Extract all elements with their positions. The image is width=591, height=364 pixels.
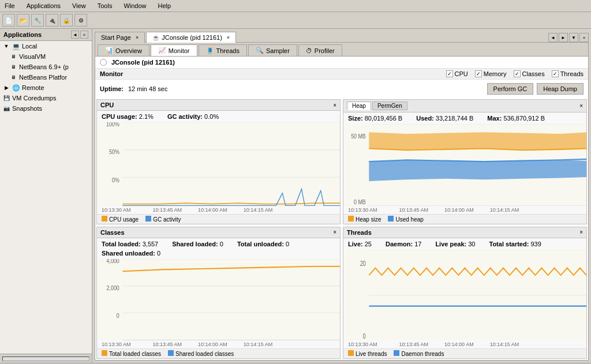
classes-chart-stats: Total loaded: 3,557 Shared loaded: 0 Tot… xyxy=(97,238,340,259)
toolbar-open-btn[interactable]: 📂 xyxy=(17,14,29,27)
inner-tab-sampler[interactable]: 🔍 Sampler xyxy=(248,44,297,56)
sidebar-header: Applications ◄ × xyxy=(0,29,92,41)
tab-nav-next[interactable]: ► xyxy=(559,33,568,42)
heap-chart-close[interactable]: × xyxy=(579,103,583,109)
threads-chart-stats: Live: 25 Daemon: 17 Live peak: 30 Total … xyxy=(343,238,586,250)
heap-tab[interactable]: Heap xyxy=(347,102,371,110)
sidebar-item-snapshots[interactable]: 📷 Snapshots xyxy=(0,103,92,114)
tab-startpage[interactable]: Start Page × xyxy=(95,32,145,43)
checkbox-cpu[interactable]: ✓ xyxy=(446,70,453,77)
menu-view[interactable]: View xyxy=(70,1,88,10)
toolbar-btn4[interactable]: 🔌 xyxy=(46,14,58,27)
heap-dump-btn[interactable]: Heap Dump xyxy=(537,83,583,95)
radio-dot[interactable] xyxy=(100,59,107,66)
threads-chart-header: Threads × xyxy=(343,227,586,238)
remote-expand-icon: ▶ xyxy=(2,84,10,92)
cpu-legend-gc: GC activity xyxy=(145,216,181,223)
uptime-value: 12 min 48 sec xyxy=(128,85,167,92)
toolbar-new-btn[interactable]: 📄 xyxy=(2,14,15,27)
inner-tab-overview[interactable]: 📊 Overview xyxy=(98,44,149,56)
tab-nav-down[interactable]: ▼ xyxy=(569,33,578,42)
cpu-usage-stat: CPU usage: 2.1% xyxy=(102,113,154,120)
tab-nav-close[interactable]: × xyxy=(579,33,589,42)
sidebar-close-btn[interactable]: × xyxy=(80,31,88,39)
cb-threads[interactable]: ✓ Threads xyxy=(552,70,583,77)
checkbox-threads[interactable]: ✓ xyxy=(552,70,559,77)
menu-file[interactable]: File xyxy=(2,1,17,10)
inner-tab-profiler[interactable]: ⏱ Profiler xyxy=(298,44,342,56)
sidebar-item-vmcoredumps[interactable]: 💾 VM Coredumps xyxy=(0,93,92,103)
main-layout: Applications ◄ × ▼ 💻 Local 🖥 VisualVM 🖥 … xyxy=(0,29,591,363)
sidebar-item-visualvm[interactable]: 🖥 VisualVM xyxy=(0,51,92,62)
threads-icon: 🧵 xyxy=(206,47,214,54)
cb-memory[interactable]: ✓ Memory xyxy=(475,70,507,77)
sidebar-item-netbeansplatf[interactable]: 🖥 NetBeans Platfor xyxy=(0,72,92,82)
cb-memory-label: Memory xyxy=(484,70,507,77)
cpu-chart-close[interactable]: × xyxy=(333,102,336,108)
tab-nav-btns: ◄ ► ▼ × xyxy=(548,33,591,42)
classes-legend-shared: Shared loaded classes xyxy=(168,350,234,357)
menu-help[interactable]: Help xyxy=(156,1,174,10)
cpu-chart-title: CPU xyxy=(100,102,114,108)
local-expand-icon: ▼ xyxy=(2,42,10,50)
classes-chart-close[interactable]: × xyxy=(333,229,336,235)
live-stat: Live: 25 xyxy=(348,241,372,247)
sidebar-collapse-btn[interactable]: ◄ xyxy=(71,31,79,39)
sidebar-item-vmcoredumps-label: VM Coredumps xyxy=(12,95,56,102)
total-loaded-stat: Total loaded: 3,557 xyxy=(102,241,158,247)
threads-chart-close[interactable]: × xyxy=(579,229,583,235)
total-unloaded-stat: Total unloaded: 0 xyxy=(237,241,289,247)
shared-unloaded-stat: Shared unloaded: 0 xyxy=(102,250,160,257)
threads-chart-legend: Live threads Daemon threads xyxy=(343,348,586,358)
inner-tab-profiler-label: Profiler xyxy=(315,47,335,54)
cb-cpu-label: CPU xyxy=(455,70,468,77)
uptime-bar: Uptime: 12 min 48 sec Perform GC Heap Du… xyxy=(95,80,588,98)
sidebar-item-remote[interactable]: ▶ 🌐 Remote xyxy=(0,82,92,93)
tab-jconsole[interactable]: ☕ JConsole (pid 12161) × xyxy=(146,32,236,43)
jconsole-title: JConsole (pid 12161) xyxy=(111,59,175,66)
heap-legend-size: Heap size xyxy=(348,216,381,223)
classes-chart-title: Classes xyxy=(100,229,125,236)
cb-threads-label: Threads xyxy=(560,70,583,77)
sidebar-item-local[interactable]: ▼ 💻 Local xyxy=(0,41,92,51)
classes-chart-header: Classes × xyxy=(97,227,340,238)
tab-nav-prev[interactable]: ◄ xyxy=(548,33,558,42)
inner-tab-monitor[interactable]: 📈 Monitor xyxy=(151,44,197,56)
svg-text:100%: 100% xyxy=(106,122,119,127)
threads-chart-body: 20 0 xyxy=(343,250,586,341)
monitor-checkboxes: ✓ CPU ✓ Memory ✓ Classes ✓ Threads xyxy=(446,70,583,77)
jconsole-panel: 📊 Overview 📈 Monitor 🧵 Threads 🔍 Sampler… xyxy=(95,42,589,361)
svg-text:0: 0 xyxy=(363,332,366,340)
classes-chart-body: 4,000 2,000 0 xyxy=(97,259,340,341)
sidebar-scrollbar[interactable] xyxy=(2,357,89,361)
action-btns: Perform GC Heap Dump xyxy=(487,83,583,95)
inner-tab-threads[interactable]: 🧵 Threads xyxy=(199,44,247,56)
content-area: Start Page × ☕ JConsole (pid 12161) × ◄ … xyxy=(92,29,591,363)
permgen-tab[interactable]: PermGen xyxy=(372,102,407,110)
profiler-icon: ⏱ xyxy=(306,47,312,54)
menu-applications[interactable]: Applications xyxy=(24,1,63,10)
checkbox-classes[interactable]: ✓ xyxy=(514,70,521,77)
cb-classes[interactable]: ✓ Classes xyxy=(514,70,545,77)
menu-window[interactable]: Window xyxy=(121,1,148,10)
sidebar-item-snapshots-label: Snapshots xyxy=(12,105,42,112)
checkbox-memory[interactable]: ✓ xyxy=(475,70,482,77)
sidebar-item-netbeans69[interactable]: 🖥 NetBeans 6.9+ (p xyxy=(0,62,92,72)
tab-startpage-close[interactable]: × xyxy=(136,35,139,40)
perform-gc-btn[interactable]: Perform GC xyxy=(487,83,534,95)
heap-chart-body: 50 MB 0 MB xyxy=(343,124,586,206)
tab-jconsole-close[interactable]: × xyxy=(227,35,230,40)
toolbar-btn3[interactable]: 🔧 xyxy=(31,14,44,27)
heap-chart-svg: 50 MB 0 MB xyxy=(343,124,586,206)
snapshots-icon: 📷 xyxy=(2,104,10,112)
svg-text:50%: 50% xyxy=(109,148,119,155)
classes-chart-legend: Total loaded classes Shared loaded class… xyxy=(97,348,340,358)
menu-tools[interactable]: Tools xyxy=(95,1,115,10)
charts-grid: CPU × CPU usage: 2.1% GC activity: 0.0% xyxy=(95,98,588,360)
visualvm-icon: 🖥 xyxy=(9,52,17,61)
toolbar-btn6[interactable]: ⚙ xyxy=(74,14,87,27)
remote-icon: 🌐 xyxy=(12,84,20,92)
cb-cpu[interactable]: ✓ CPU xyxy=(446,70,468,77)
toolbar-btn5[interactable]: 🔒 xyxy=(60,14,73,27)
shared-loaded-stat: Shared loaded: 0 xyxy=(172,241,223,247)
